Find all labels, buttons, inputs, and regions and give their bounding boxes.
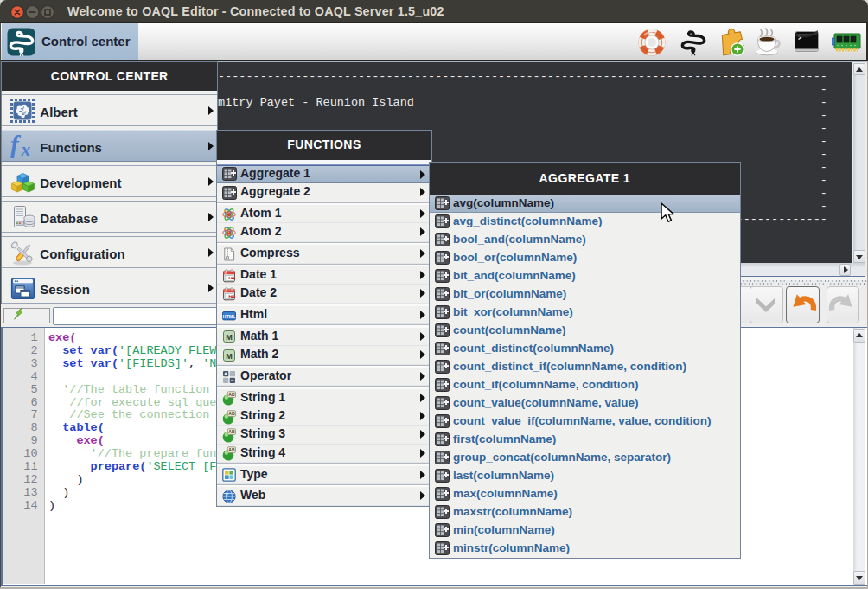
svg-text:AB: AB: [228, 392, 235, 397]
svg-text:AB: AB: [228, 429, 235, 434]
svg-text:f: f: [10, 133, 22, 158]
svg-text:AB: AB: [228, 447, 235, 452]
svg-text:M: M: [226, 351, 233, 360]
svg-text:AB: AB: [228, 411, 235, 416]
svg-text:x: x: [21, 139, 31, 160]
svg-text:M: M: [226, 333, 233, 342]
svg-text:HTML: HTML: [222, 314, 235, 319]
